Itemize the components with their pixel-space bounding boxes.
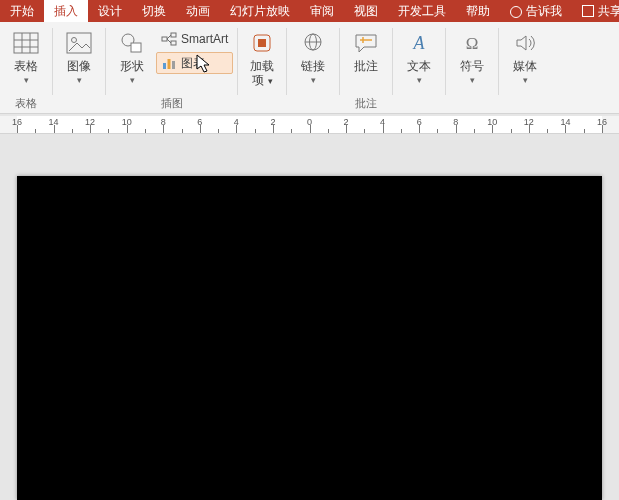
smartart-icon [161,31,177,47]
images-label: 图像 [67,59,91,73]
shapes-icon [116,29,148,57]
tab-review[interactable]: 审阅 [300,0,344,22]
group-links: 链接 ▾ [287,22,339,113]
link-icon [297,29,329,57]
tab-help[interactable]: 帮助 [456,0,500,22]
comment-icon [350,29,382,57]
group-illustrations: 形状 ▾ SmartArt 图表 插图 [106,22,237,113]
group-comments-label: 批注 [344,95,388,111]
group-illustrations-label: 插图 [110,95,233,111]
link-label: 链接 [301,59,325,73]
caret-icon: ▾ [130,75,135,85]
svg-rect-18 [258,39,266,47]
svg-point-6 [72,38,77,43]
smartart-label: SmartArt [181,32,228,46]
slide-canvas[interactable] [0,134,619,500]
speaker-icon [509,29,541,57]
group-text: A 文本 ▾ [393,22,445,113]
text-label: 文本 [407,59,431,73]
tab-slideshow[interactable]: 幻灯片放映 [220,0,300,22]
comment-button[interactable]: 批注 [344,26,388,74]
chart-button[interactable]: 图表 [156,52,233,74]
chart-icon [161,55,177,71]
tab-animations[interactable]: 动画 [176,0,220,22]
group-comments: 批注 批注 [340,22,392,113]
chart-label: 图表 [181,55,205,72]
caret-icon: ▾ [311,75,316,85]
slide[interactable] [17,176,602,500]
media-label: 媒体 [513,59,537,73]
svg-rect-10 [171,33,176,37]
svg-line-13 [167,39,171,43]
media-button[interactable]: 媒体 ▾ [503,26,547,86]
caret-icon: ▾ [523,75,528,85]
comment-label: 批注 [354,59,378,73]
caret-icon: ▾ [77,75,82,85]
ruler-area: 1614121086420246810121416 [0,116,619,134]
table-button[interactable]: 表格 ▾ [4,26,48,86]
share-label: 共享 [598,0,619,22]
svg-rect-14 [163,63,166,69]
svg-rect-0 [14,33,38,53]
tab-home[interactable]: 开始 [0,0,44,22]
tab-view[interactable]: 视图 [344,0,388,22]
horizontal-ruler[interactable]: 1614121086420246810121416 [0,116,619,134]
share-button[interactable]: 共享 [572,0,619,22]
images-button[interactable]: 图像 ▾ [57,26,101,86]
tab-design[interactable]: 设计 [88,0,132,22]
caret-icon: ▾ [24,75,29,85]
caret-icon: ▾ [417,75,422,85]
symbol-icon: Ω [456,29,488,57]
caret-icon: ▾ [470,75,475,85]
shapes-label: 形状 [120,59,144,73]
group-images-single: 图像 ▾ [53,22,105,113]
tell-me-label: 告诉我 [526,0,562,22]
tell-me[interactable]: 告诉我 [500,0,572,22]
svg-rect-8 [131,43,141,52]
svg-rect-16 [172,61,175,69]
group-tables-label: 表格 [4,95,48,111]
shapes-button[interactable]: 形状 ▾ [110,26,154,86]
addins-label: 加载项 ▾ [250,59,274,88]
tab-insert[interactable]: 插入 [44,0,88,22]
symbol-label: 符号 [460,59,484,73]
ribbon-tabstrip: 开始 插入 设计 切换 动画 幻灯片放映 审阅 视图 开发工具 帮助 告诉我 共… [0,0,619,22]
text-icon: A [403,29,435,57]
group-addins: 加载项 ▾ [238,22,286,113]
ribbon: 表格 ▾ 表格 图像 ▾ 形状 [0,22,619,114]
addins-button[interactable]: 加载项 ▾ [242,26,282,89]
table-label: 表格 [14,59,38,73]
tab-transitions[interactable]: 切换 [132,0,176,22]
table-icon [10,29,42,57]
group-media: 媒体 ▾ [499,22,551,113]
text-button[interactable]: A 文本 ▾ [397,26,441,86]
svg-text:Ω: Ω [466,34,479,53]
smartart-button[interactable]: SmartArt [156,28,233,50]
image-icon [63,29,95,57]
svg-line-12 [167,35,171,39]
group-tables: 表格 ▾ 表格 [0,22,52,113]
symbol-button[interactable]: Ω 符号 ▾ [450,26,494,86]
svg-rect-11 [171,41,176,45]
svg-rect-15 [168,59,171,69]
addins-icon [246,29,278,57]
svg-text:A: A [413,33,426,53]
svg-rect-9 [162,37,167,41]
link-button[interactable]: 链接 ▾ [291,26,335,86]
group-symbols: Ω 符号 ▾ [446,22,498,113]
tab-developer[interactable]: 开发工具 [388,0,456,22]
